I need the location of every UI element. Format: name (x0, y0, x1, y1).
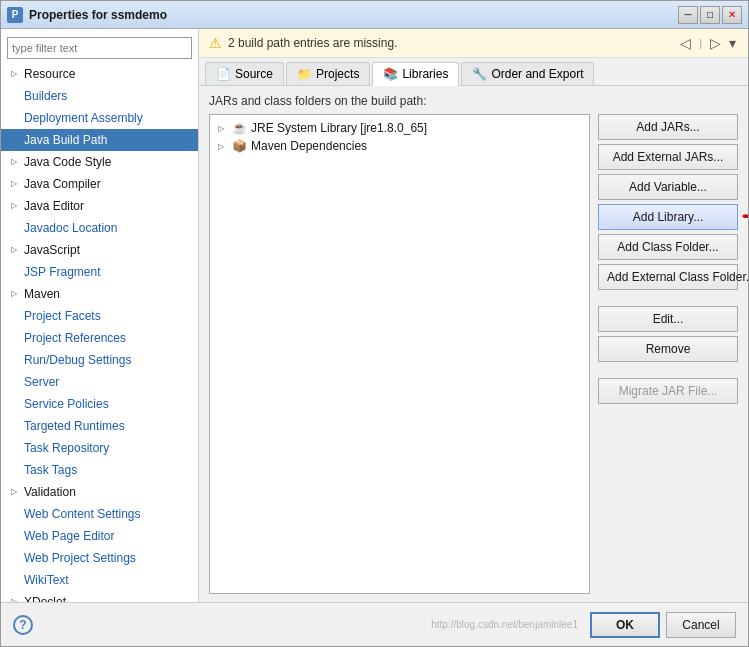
nav-back-button[interactable]: ◁ (678, 35, 693, 51)
expand-icon: ▷ (11, 593, 21, 602)
sidebar-item-project-references[interactable]: Project References (1, 327, 198, 349)
title-bar-controls: ─ □ ✕ (678, 6, 742, 24)
maven-icon: 📦 (232, 139, 247, 153)
minimize-button[interactable]: ─ (678, 6, 698, 24)
sidebar-item-web-page-editor[interactable]: Web Page Editor (1, 525, 198, 547)
main-panel: ⚠ 2 build path entries are missing. ◁ | … (199, 29, 748, 602)
expand-icon: ▷ (11, 153, 21, 171)
maximize-button[interactable]: □ (700, 6, 720, 24)
close-button[interactable]: ✕ (722, 6, 742, 24)
ok-button[interactable]: OK (590, 612, 660, 638)
tree-expand-icon: ▷ (218, 142, 228, 151)
sidebar-item-task-tags[interactable]: Task Tags (1, 459, 198, 481)
sidebar-item-java-code-style[interactable]: ▷ Java Code Style (1, 151, 198, 173)
buttons-container: Add JARs... Add External JARs... Add Var… (598, 114, 738, 594)
content-area: ▷ Resource Builders Deployment Assembly … (1, 29, 748, 602)
sidebar-item-web-content-settings[interactable]: Web Content Settings (1, 503, 198, 525)
title-bar: P Properties for ssmdemo ─ □ ✕ (1, 1, 748, 29)
remove-button[interactable]: Remove (598, 336, 738, 362)
tree-item-jre[interactable]: ▷ ☕ JRE System Library [jre1.8.0_65] (214, 119, 585, 137)
filter-wrap (1, 33, 198, 63)
sidebar-item-validation[interactable]: ▷ Validation (1, 481, 198, 503)
add-variable-button[interactable]: Add Variable... (598, 174, 738, 200)
panel-body: ▷ ☕ JRE System Library [jre1.8.0_65] ▷ 📦… (209, 114, 738, 594)
expand-icon: ▷ (11, 241, 21, 259)
expand-icon: ▷ (11, 65, 21, 83)
sidebar-item-service-policies[interactable]: Service Policies (1, 393, 198, 415)
btn-spacer (598, 294, 738, 302)
source-tab-icon: 📄 (216, 67, 231, 81)
add-external-jars-button[interactable]: Add External JARs... (598, 144, 738, 170)
projects-tab-icon: 📁 (297, 67, 312, 81)
build-path-panel: JARs and class folders on the build path… (199, 86, 748, 602)
sidebar-item-xdoclet[interactable]: ▷ XDoclet (1, 591, 198, 602)
migrate-jar-button[interactable]: Migrate JAR File... (598, 378, 738, 404)
sidebar-item-builders[interactable]: Builders (1, 85, 198, 107)
bottom-buttons: OK Cancel (590, 612, 736, 638)
jre-icon: ☕ (232, 121, 247, 135)
tab-projects[interactable]: 📁 Projects (286, 62, 370, 85)
window-title: Properties for ssmdemo (29, 8, 678, 22)
add-external-class-folder-button[interactable]: Add External Class Folder... (598, 264, 738, 290)
sidebar: ▷ Resource Builders Deployment Assembly … (1, 29, 199, 602)
expand-icon: ▷ (11, 483, 21, 501)
libraries-tab-icon: 📚 (383, 67, 398, 81)
window-icon: P (7, 7, 23, 23)
warning-bar: ⚠ 2 build path entries are missing. ◁ | … (199, 29, 748, 58)
nav-forward-button[interactable]: ▷ (708, 35, 723, 51)
tab-libraries[interactable]: 📚 Libraries (372, 62, 459, 86)
cancel-button[interactable]: Cancel (666, 612, 736, 638)
sidebar-item-web-project-settings[interactable]: Web Project Settings (1, 547, 198, 569)
panel-label: JARs and class folders on the build path… (209, 94, 738, 108)
warning-icon: ⚠ (209, 35, 222, 51)
sidebar-item-task-repository[interactable]: Task Repository (1, 437, 198, 459)
expand-icon: ▷ (11, 285, 21, 303)
watermark: http://blog.csdn.net/benjaminlee1 (431, 619, 578, 630)
sidebar-item-targeted-runtimes[interactable]: Targeted Runtimes (1, 415, 198, 437)
nav-separator: | (697, 38, 704, 49)
tree-item-maven[interactable]: ▷ 📦 Maven Dependencies (214, 137, 585, 155)
nav-arrows: ◁ | ▷ ▾ (678, 35, 738, 51)
nav-dropdown-button[interactable]: ▾ (727, 35, 738, 51)
help-button[interactable]: ? (13, 615, 33, 635)
sidebar-item-wikitext[interactable]: WikiText (1, 569, 198, 591)
bottom-bar: ? http://blog.csdn.net/benjaminlee1 OK C… (1, 602, 748, 646)
expand-icon: ▷ (11, 197, 21, 215)
tabs-bar: 📄 Source 📁 Projects 📚 Libraries 🔧 Order … (199, 58, 748, 86)
tab-order-export[interactable]: 🔧 Order and Export (461, 62, 594, 85)
red-arrow-indicator: ➜ (741, 202, 748, 230)
sidebar-item-jsp-fragment[interactable]: JSP Fragment (1, 261, 198, 283)
properties-window: P Properties for ssmdemo ─ □ ✕ ▷ Resourc… (0, 0, 749, 647)
warning-text: 2 build path entries are missing. (228, 36, 397, 50)
tree-expand-icon: ▷ (218, 124, 228, 133)
sidebar-item-java-editor[interactable]: ▷ Java Editor (1, 195, 198, 217)
expand-icon: ▷ (11, 175, 21, 193)
add-jars-button[interactable]: Add JARs... (598, 114, 738, 140)
sidebar-item-project-facets[interactable]: Project Facets (1, 305, 198, 327)
sidebar-item-deployment-assembly[interactable]: Deployment Assembly (1, 107, 198, 129)
sidebar-item-javadoc-location[interactable]: Javadoc Location (1, 217, 198, 239)
add-library-button[interactable]: Add Library... (598, 204, 738, 230)
sidebar-item-java-build-path[interactable]: Java Build Path (1, 129, 198, 151)
btn-spacer-2 (598, 366, 738, 374)
tree-panel[interactable]: ▷ ☕ JRE System Library [jre1.8.0_65] ▷ 📦… (209, 114, 590, 594)
order-export-tab-icon: 🔧 (472, 67, 487, 81)
tab-source[interactable]: 📄 Source (205, 62, 284, 85)
sidebar-item-javascript[interactable]: ▷ JavaScript (1, 239, 198, 261)
sidebar-item-resource[interactable]: ▷ Resource (1, 63, 198, 85)
sidebar-item-run-debug-settings[interactable]: Run/Debug Settings (1, 349, 198, 371)
sidebar-item-server[interactable]: Server (1, 371, 198, 393)
edit-button[interactable]: Edit... (598, 306, 738, 332)
add-class-folder-button[interactable]: Add Class Folder... (598, 234, 738, 260)
sidebar-item-maven[interactable]: ▷ Maven (1, 283, 198, 305)
filter-input[interactable] (7, 37, 192, 59)
sidebar-item-java-compiler[interactable]: ▷ Java Compiler (1, 173, 198, 195)
buttons-panel: Add JARs... Add External JARs... Add Var… (598, 114, 738, 404)
